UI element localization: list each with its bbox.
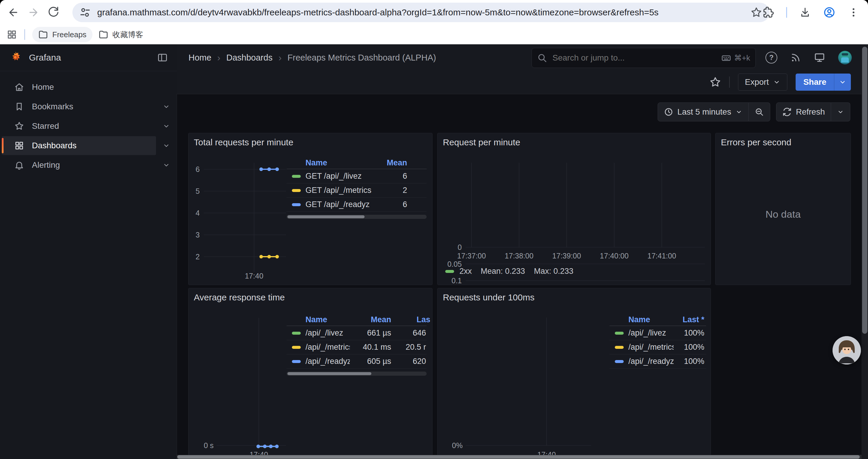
bar-chart[interactable]: 0.250.20.150.10.05017:37:0017:38:0017:39… [438,133,711,285]
series-value: 20.5 r [391,342,427,352]
zoom-out-button[interactable] [749,102,770,121]
legend-row[interactable]: GET /api/_/readyz6 [286,198,427,212]
svg-text:0 s: 0 s [204,441,214,450]
help-icon[interactable]: ? [766,52,777,64]
legend-row[interactable]: /api/_/readyz605 µs620 [286,355,427,369]
refresh-button[interactable]: Refresh [776,102,831,121]
legend-series[interactable]: 2xx [459,267,472,276]
chevron-down-icon[interactable] [162,103,170,110]
series-name[interactable]: GET /api/_/metrics [306,186,371,195]
sidebar-item-alerting[interactable]: Alerting [2,156,156,174]
legend-row[interactable]: /api/_/livez661 µs646 [286,326,427,340]
extensions-icon[interactable] [763,7,774,18]
chevron-down-icon[interactable] [162,161,170,169]
legend-column-header[interactable]: Las [391,315,427,324]
site-settings-icon[interactable] [80,7,91,18]
legend-row[interactable]: GET /api/_/livez6 [286,169,427,184]
export-button[interactable]: Export [738,73,787,91]
search-box[interactable]: ⌘+k [531,48,756,68]
reload-button[interactable] [47,6,60,19]
legend-row[interactable]: /api/_/livez100% [610,326,706,340]
panel-errors-per-second[interactable]: Errors per second No data [715,133,851,285]
chevron-down-icon [735,108,742,116]
collapse-sidebar-icon[interactable] [157,52,168,63]
breadcrumb-home[interactable]: Home [188,53,211,63]
news-rss-icon[interactable] [790,52,801,63]
svg-text:2: 2 [195,253,200,261]
legend-row[interactable]: /api/_/metrics40.1 ms20.5 r [286,340,427,355]
url-text[interactable]: grafana.mathmast.com/d/deytv4rwavabkb/fr… [97,7,751,18]
legend-row[interactable]: /api/_/metrics100% [610,340,706,355]
legend-row[interactable]: /api/_/readyz100% [610,355,706,369]
panel-total-requests[interactable]: Total requests per minute 6543217:40 Nam… [188,133,433,285]
series-name[interactable]: /api/_/readyz [306,357,350,366]
scrollbar-thumb[interactable] [287,372,371,375]
refresh-interval-button[interactable] [831,102,850,121]
sidebar-item-bookmarks[interactable]: Bookmarks [2,97,156,116]
browser-chrome: grafana.mathmast.com/d/deytv4rwavabkb/fr… [0,0,868,44]
series-value: 40.1 ms [350,342,391,352]
search-input[interactable] [552,53,721,63]
back-button[interactable] [6,6,20,19]
share-menu-button[interactable] [834,73,851,91]
legend-scrollbar[interactable] [286,215,427,219]
svg-text:17:37:00: 17:37:00 [457,252,486,260]
chevron-down-icon[interactable] [162,142,170,150]
legend-row[interactable]: GET /api/_/metrics2 [286,184,427,198]
time-range-picker[interactable]: Last 5 minutes [658,102,749,121]
legend-scrollbar[interactable] [286,371,427,376]
horizontal-scrollbar[interactable] [177,455,862,459]
series-name[interactable]: /api/_/readyz [628,357,674,366]
series-color-chip [292,175,301,178]
series-name[interactable]: GET /api/_/readyz [306,200,370,209]
sidebar-item-home[interactable]: Home [2,78,156,97]
series-color-chip [445,270,454,273]
bookmark-label: 收藏博客 [113,30,143,40]
home-icon [14,82,24,92]
bookmark-item-freeleaps[interactable]: Freeleaps [32,27,92,42]
search-shortcut: ⌘+k [721,53,750,63]
sidebar-item-dashboards[interactable]: Dashboards [2,136,156,155]
address-bar[interactable]: grafana.mathmast.com/d/deytv4rwavabkb/fr… [72,3,770,22]
share-button[interactable]: Share [796,73,834,91]
series-name[interactable]: /api/_/metrics [628,342,674,352]
panel-requests-under-100ms[interactable]: Requests under 100ms 100%80%60%40%20%0%1… [437,288,711,459]
legend-max: Max: 0.233 [534,267,574,276]
bookmark-star-icon[interactable] [751,7,762,18]
profile-icon[interactable] [823,6,836,19]
legend-table: NameLast */api/_/livez100%/api/_/metrics… [610,314,706,369]
vertical-scrollbar[interactable] [862,44,868,459]
scrollbar-thumb[interactable] [287,215,365,218]
forward-button[interactable] [27,6,40,19]
series-name[interactable]: GET /api/_/livez [306,172,362,181]
legend-column-header[interactable]: Last * [674,315,706,324]
legend-column-header[interactable]: Mean [372,158,427,167]
panel-average-response-time[interactable]: Average response time 80 ms60 ms40 ms20 … [188,288,433,459]
browser-menu-icon[interactable] [848,7,859,18]
breadcrumb-dashboards[interactable]: Dashboards [226,53,272,63]
sidebar-item-starred[interactable]: Starred [2,117,156,136]
favorite-star-icon[interactable] [710,76,721,88]
chevron-down-icon[interactable] [162,122,170,130]
sidebar-item-label: Dashboards [32,141,76,150]
user-avatar[interactable] [838,51,852,64]
downloads-icon[interactable] [800,7,811,18]
bookmark-item-blogs[interactable]: 收藏博客 [92,27,149,42]
legend-column-header[interactable]: Name [286,158,372,167]
series-name[interactable]: /api/_/livez [628,328,666,338]
legend-column-header[interactable]: Name [610,315,674,324]
kiosk-monitor-icon[interactable] [814,52,825,63]
apps-grid-icon[interactable] [6,29,17,40]
scrollbar-thumb[interactable] [862,47,867,334]
scrollbar-thumb[interactable] [177,455,860,459]
grafana-logo[interactable] [9,51,22,64]
series-name[interactable]: /api/_/metrics [306,342,350,352]
panel-request-per-minute[interactable]: Request per minute 0.250.20.150.10.05017… [437,133,711,285]
avatar-illustration [833,336,861,364]
panel-title[interactable]: Errors per second [721,137,791,147]
series-name[interactable]: /api/_/livez [306,328,343,338]
clock-icon [664,107,673,117]
legend-column-header[interactable]: Mean [350,315,391,324]
legend-column-header[interactable]: Name [286,315,350,324]
assistant-avatar-widget[interactable] [833,336,861,364]
